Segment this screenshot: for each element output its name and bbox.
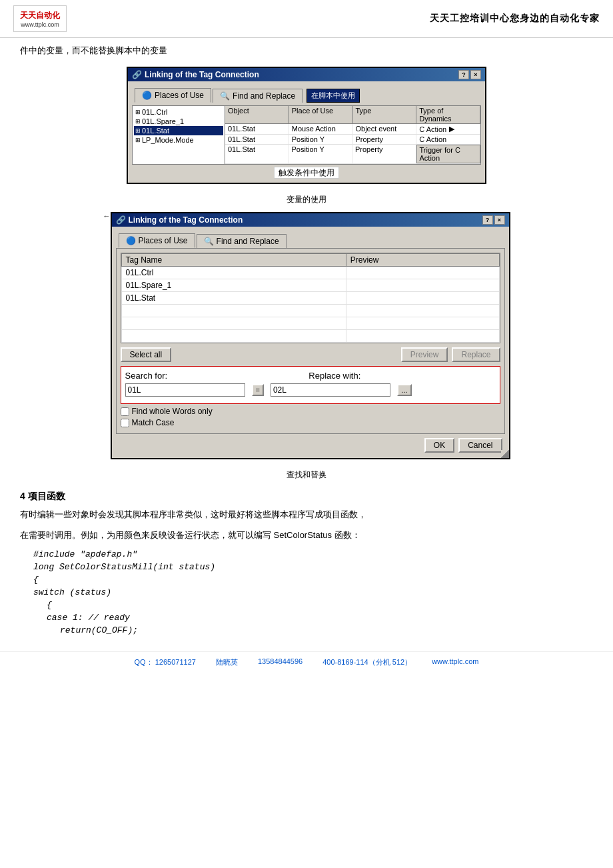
code-line4: switch (status) [33, 587, 593, 597]
annotation-trigger: 触发条件中使用 [274, 167, 339, 179]
replace-input[interactable] [271, 383, 390, 397]
arrow-icon-1: ▶ [449, 125, 454, 133]
cell-empty-p3 [346, 330, 499, 343]
cell-type-2: Property [353, 135, 417, 144]
cell-empty-p2 [346, 317, 499, 330]
match-case-row: Match Case [121, 418, 500, 427]
cell-tag-spare: 01L.Spare_1 [121, 279, 346, 292]
table-row-empty-3 [121, 330, 499, 343]
find-whole-words-row: Find whole Words only [121, 407, 500, 416]
cell-dyn-1: C Action ▶ [416, 124, 480, 134]
dialog1-title-left: 🔗 Linking of the Tag Connection [132, 70, 259, 79]
section4-title: 4 项目函数 [20, 491, 593, 503]
tree-panel: ⊞ 01L.Ctrl ⊞ 01L.Spare_1 ⊞ 01L.Stat ⊞ [132, 105, 225, 165]
dialog1: 🔗 Linking of the Tag Connection ? × 🔵 Pl… [127, 67, 486, 184]
intro-text: 件中的变量，而不能替换脚本中的变量 [20, 45, 593, 57]
table-row-empty-2 [121, 317, 499, 330]
expander-stat: ⊞ [135, 127, 141, 134]
tab-places-of-use-1[interactable]: 🔵 Places of Use [135, 88, 211, 103]
cell-preview-spare [346, 279, 499, 292]
cell-place-3: Position Y [289, 145, 353, 163]
dialog1-tabs: 🔵 Places of Use 🔍 Find and Replace [132, 85, 305, 103]
cancel-button[interactable]: Cancel [458, 438, 502, 453]
data-row-2: 01L.Stat Position Y Property C Action [225, 135, 480, 145]
tab-find-icon: 🔍 [220, 91, 230, 101]
dialog2-controls: ? × [482, 215, 505, 225]
footer-qq-label: QQ： [135, 658, 153, 666]
cell-empty-1 [121, 305, 346, 317]
tab-places-of-use-2[interactable]: 🔵 Places of Use [119, 233, 195, 248]
tab-find-replace-2[interactable]: 🔍 Find and Replace [197, 234, 287, 248]
footer-qq: QQ： 1265071127 [135, 657, 196, 667]
search-replace-section: Search for: Replace with: = ... [121, 366, 500, 404]
dialog1-title: Linking of the Tag Connection [145, 70, 259, 79]
dialog2-help-btn[interactable]: ? [482, 215, 493, 225]
col-preview: Preview [346, 254, 499, 267]
code-line5: { [47, 600, 593, 610]
resize-handle[interactable] [501, 450, 509, 458]
col-object: Object [225, 106, 289, 123]
equals-button[interactable]: = [252, 384, 264, 396]
col-tag-name: Tag Name [121, 254, 346, 267]
find-whole-words-checkbox[interactable] [121, 407, 129, 416]
page-content: 件中的变量，而不能替换脚本中的变量 🔗 Linking of the Tag C… [0, 38, 613, 645]
col-type: Type [353, 106, 417, 123]
select-all-button[interactable]: Select all [121, 347, 172, 362]
dialog1-help-btn[interactable]: ? [458, 70, 469, 79]
table-row-stat: 01L.Stat [121, 292, 499, 305]
cell-place-2: Position Y [289, 135, 353, 144]
match-case-checkbox[interactable] [121, 419, 129, 427]
preview-button[interactable]: Preview [401, 347, 448, 362]
tab2-places-label: Places of Use [139, 236, 188, 245]
dialog2-tabs: 🔵 Places of Use 🔍 Find and Replace [116, 231, 505, 248]
code-line3: { [33, 575, 593, 585]
tree-item-stat[interactable]: ⊞ 01L.Stat [134, 126, 223, 135]
cell-empty-2 [121, 317, 346, 330]
browse-button[interactable]: ... [397, 384, 412, 396]
cell-type-3: Property [352, 145, 416, 163]
dialog1-body: 🔵 Places of Use 🔍 Find and Replace 在脚本中使… [128, 81, 485, 183]
tree-label-ctrl: 01L.Ctrl [142, 108, 168, 116]
logo-image: 天天自动化 www.ttplc.com [13, 5, 67, 32]
replace-button[interactable]: Replace [452, 347, 500, 362]
tag-table: Tag Name Preview 01L.Ctrl 01L [121, 253, 500, 343]
tree-label-spare: 01L.Spare_1 [142, 117, 184, 125]
dialog1-close-btn[interactable]: × [470, 70, 481, 79]
cell-tag-ctrl: 01L.Ctrl [121, 267, 346, 279]
dialog2-close-btn[interactable]: × [494, 215, 505, 225]
ok-button[interactable]: OK [424, 438, 454, 453]
dialog2-body: 🔵 Places of Use 🔍 Find and Replace [112, 227, 509, 458]
btn-row-1: Select all Preview Replace [121, 347, 500, 362]
col-dynamics: Type of Dynamics [416, 106, 480, 123]
cell-preview-stat [346, 292, 499, 305]
tree-item-spare[interactable]: ⊞ 01L.Spare_1 [134, 117, 223, 126]
tree-item-mode[interactable]: ⊞ LP_Mode.Mode [134, 135, 223, 145]
dialog2: 🔗 Linking of the Tag Connection ? × 🔵 Pl… [111, 212, 510, 459]
data-panel-1: Object Place of Use Type Type of Dynamic… [225, 105, 481, 165]
tab-find-replace-1[interactable]: 🔍 Find and Replace [213, 89, 303, 103]
search-row-labels: Search for: Replace with: [125, 371, 496, 381]
page-footer: QQ： 1265071127 陆晓英 13584844596 400-8169-… [0, 651, 613, 673]
tree-label-stat: 01L.Stat [142, 127, 169, 135]
cell-tag-stat: 01L.Stat [121, 292, 346, 305]
cell-type-1: Object event [353, 124, 417, 134]
back-arrow-2: ← [103, 212, 111, 457]
match-case-label: Match Case [132, 418, 175, 427]
footer-website: www.ttplc.com [432, 657, 478, 667]
cell-dyn-2: C Action [416, 135, 480, 144]
footer-name: 陆晓英 [216, 657, 238, 667]
data-row-1: 01L.Stat Mouse Action Object event C Act… [225, 124, 480, 135]
tree-item-ctrl[interactable]: ⊞ 01L.Ctrl [134, 107, 223, 117]
dialog2-title: Linking of the Tag Connection [129, 215, 243, 225]
expander-mode: ⊞ [135, 137, 141, 143]
annotation-bottom-1: 触发条件中使用 [132, 167, 481, 179]
replace-with-label: Replace with: [308, 371, 360, 381]
search-row-inputs: = ... [125, 383, 496, 397]
data-header-row-1: Object Place of Use Type Type of Dynamic… [225, 106, 480, 124]
footer-qq-number: 1265071127 [155, 658, 196, 666]
search-input[interactable] [125, 383, 245, 397]
section4-para1: 有时编辑一些对象时会发现其脚本程序非常类似，这时最好将这些脚本程序写成项目函数， [20, 508, 593, 522]
dialog1-titlebar: 🔗 Linking of the Tag Connection ? × [128, 68, 485, 81]
dialog2-footer: OK Cancel [116, 434, 505, 454]
tag-table-section: Tag Name Preview 01L.Ctrl 01L [121, 253, 500, 343]
